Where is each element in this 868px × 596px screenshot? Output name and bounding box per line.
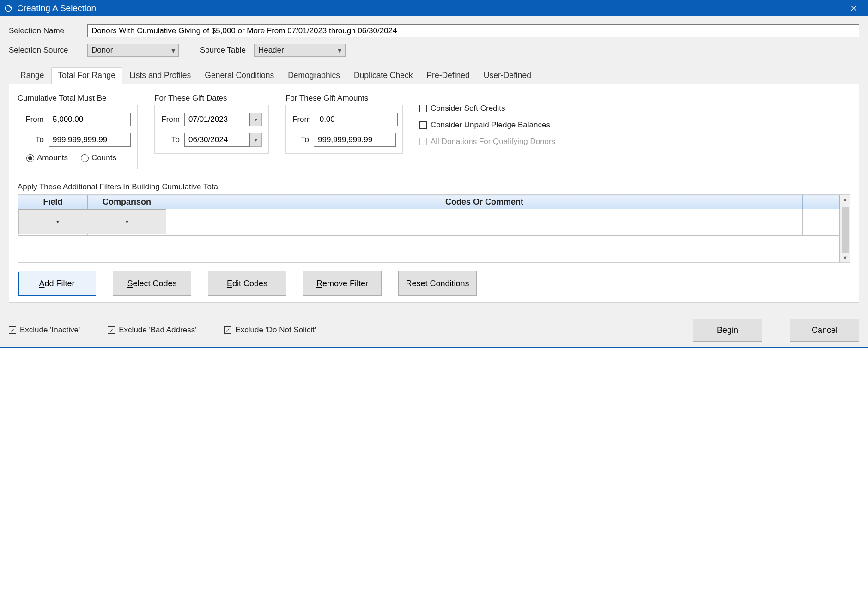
tabs: Range Total For Range Lists and Profiles… xyxy=(9,67,859,84)
check-unpaid-pledges[interactable]: Consider Unpaid Pledge Balances xyxy=(419,120,555,130)
col-comparison[interactable]: Comparison xyxy=(88,195,166,209)
cell-field-combo[interactable]: ▼ xyxy=(18,209,87,220)
tabpage-total-for-range: Cumulative Total Must Be From To xyxy=(9,84,859,303)
options-checks: Consider Soft Credits Consider Unpaid Pl… xyxy=(419,94,555,146)
tab-user-defined[interactable]: User-Defined xyxy=(477,67,538,84)
check-exclude-bad-address[interactable]: Exclude 'Bad Address' xyxy=(108,325,196,335)
select-codes-button[interactable]: Select Codes xyxy=(113,271,191,296)
radio-amounts-label: Amounts xyxy=(37,153,68,163)
checkbox-icon xyxy=(419,138,427,145)
gift-amounts-from-label: From xyxy=(292,115,316,124)
check-soft-credits-label: Consider Soft Credits xyxy=(431,104,505,113)
window: Creating A Selection Selection Name Sele… xyxy=(0,0,868,348)
check-all-donations: All Donations For Qualifying Donors xyxy=(419,137,555,146)
cell-codes[interactable] xyxy=(166,209,803,236)
remove-filter-button[interactable]: Remove Filter xyxy=(303,271,382,296)
cell-extra[interactable] xyxy=(803,209,840,236)
cumulative-from-input[interactable] xyxy=(49,113,131,126)
add-filter-button[interactable]: Add Filter xyxy=(18,271,96,296)
col-codes[interactable]: Codes Or Comment xyxy=(166,195,803,209)
scroll-up-icon: ▲ xyxy=(843,195,848,204)
scroll-down-icon: ▼ xyxy=(843,253,848,262)
chevron-down-icon: ▼ xyxy=(88,209,166,234)
checkbox-icon xyxy=(419,121,427,129)
check-unpaid-pledges-label: Consider Unpaid Pledge Balances xyxy=(431,120,550,130)
group-cumulative-total-title: Cumulative Total Must Be xyxy=(18,94,138,103)
source-table-label: Source Table xyxy=(200,46,246,55)
chevron-down-icon: ▾ xyxy=(168,46,178,55)
chevron-down-icon: ▾ xyxy=(335,46,345,55)
chevron-down-icon: ▼ xyxy=(18,209,97,234)
edit-codes-button[interactable]: Edit Codes xyxy=(208,271,286,296)
group-gift-dates-title: For These Gift Dates xyxy=(154,94,269,103)
radio-off-icon xyxy=(81,154,89,162)
check-exclude-bad-address-label: Exclude 'Bad Address' xyxy=(119,325,196,335)
titlebar: Creating A Selection xyxy=(0,0,868,16)
radio-counts-label: Counts xyxy=(91,153,116,163)
tab-total-for-range[interactable]: Total For Range xyxy=(51,67,123,84)
grid-scrollbar[interactable]: ▲ ▼ xyxy=(840,195,850,262)
check-all-donations-label: All Donations For Qualifying Donors xyxy=(431,137,555,146)
cumulative-to-label: To xyxy=(24,135,49,144)
radio-on-icon xyxy=(26,154,34,162)
tab-lists-and-profiles[interactable]: Lists and Profiles xyxy=(122,67,198,84)
check-exclude-inactive-label: Exclude 'Inactive' xyxy=(20,325,80,335)
tab-range[interactable]: Range xyxy=(13,67,51,84)
cumulative-to-input[interactable] xyxy=(49,133,131,147)
selection-source-value: Donor xyxy=(88,46,116,55)
gift-dates-to-label: To xyxy=(161,135,184,144)
tab-duplicate-check[interactable]: Duplicate Check xyxy=(347,67,419,84)
check-exclude-inactive[interactable]: Exclude 'Inactive' xyxy=(9,325,80,335)
source-table-combo[interactable]: Header ▾ xyxy=(254,44,346,57)
checkbox-checked-icon xyxy=(224,326,231,334)
cell-comparison-combo[interactable]: ▼ xyxy=(88,209,166,220)
app-icon xyxy=(4,4,12,12)
begin-button[interactable]: Begin xyxy=(693,319,762,342)
check-exclude-do-not-solicit[interactable]: Exclude 'Do Not Solicit' xyxy=(224,325,316,335)
selection-source-label: Selection Source xyxy=(9,46,87,55)
gift-amounts-from-input[interactable] xyxy=(316,113,398,126)
checkbox-checked-icon xyxy=(108,326,115,334)
col-extra[interactable] xyxy=(803,195,840,209)
tab-demographics[interactable]: Demographics xyxy=(281,67,347,84)
date-picker-button[interactable]: ▾ xyxy=(250,133,262,147)
reset-conditions-button[interactable]: Reset Conditions xyxy=(398,271,477,296)
selection-name-label: Selection Name xyxy=(9,26,87,36)
group-gift-amounts-title: For These Gift Amounts xyxy=(285,94,403,103)
window-close-button[interactable] xyxy=(844,0,864,16)
gift-dates-from-label: From xyxy=(161,115,184,124)
client-area: Selection Name Selection Source Donor ▾ … xyxy=(0,16,868,347)
group-cumulative-total: Cumulative Total Must Be From To xyxy=(18,94,138,169)
col-field[interactable]: Field xyxy=(18,195,88,209)
cancel-button[interactable]: Cancel xyxy=(790,319,859,342)
gift-amounts-to-label: To xyxy=(292,135,314,144)
check-exclude-do-not-solicit-label: Exclude 'Do Not Solicit' xyxy=(235,325,316,335)
gift-dates-to-input[interactable] xyxy=(184,133,250,147)
filters-section-title: Apply These Additional Filters In Buildi… xyxy=(18,182,850,192)
source-table-value: Header xyxy=(255,46,288,55)
tab-general-conditions[interactable]: General Conditions xyxy=(198,67,281,84)
selection-name-input[interactable] xyxy=(87,24,859,37)
tab-pre-defined[interactable]: Pre-Defined xyxy=(419,67,476,84)
gift-amounts-to-input[interactable] xyxy=(314,133,396,147)
scroll-thumb[interactable] xyxy=(842,207,849,253)
svg-point-0 xyxy=(6,6,12,12)
group-gift-dates: For These Gift Dates From ▾ To xyxy=(154,94,269,154)
footer: Exclude 'Inactive' Exclude 'Bad Address'… xyxy=(9,319,859,342)
checkbox-checked-icon xyxy=(9,326,16,334)
radio-counts[interactable]: Counts xyxy=(81,153,116,163)
checkbox-icon xyxy=(419,105,427,112)
filters-grid: Field Comparison Codes Or Comment ▼ xyxy=(18,194,850,263)
cumulative-from-label: From xyxy=(24,115,49,124)
window-title: Creating A Selection xyxy=(15,3,844,13)
group-gift-amounts: For These Gift Amounts From To xyxy=(285,94,403,154)
date-picker-button[interactable]: ▾ xyxy=(250,113,262,126)
selection-source-combo[interactable]: Donor ▾ xyxy=(87,44,179,57)
check-soft-credits[interactable]: Consider Soft Credits xyxy=(419,104,555,113)
radio-amounts[interactable]: Amounts xyxy=(26,153,68,163)
gift-dates-from-input[interactable] xyxy=(184,113,250,126)
table-row[interactable]: ▼ ▼ xyxy=(18,209,840,236)
